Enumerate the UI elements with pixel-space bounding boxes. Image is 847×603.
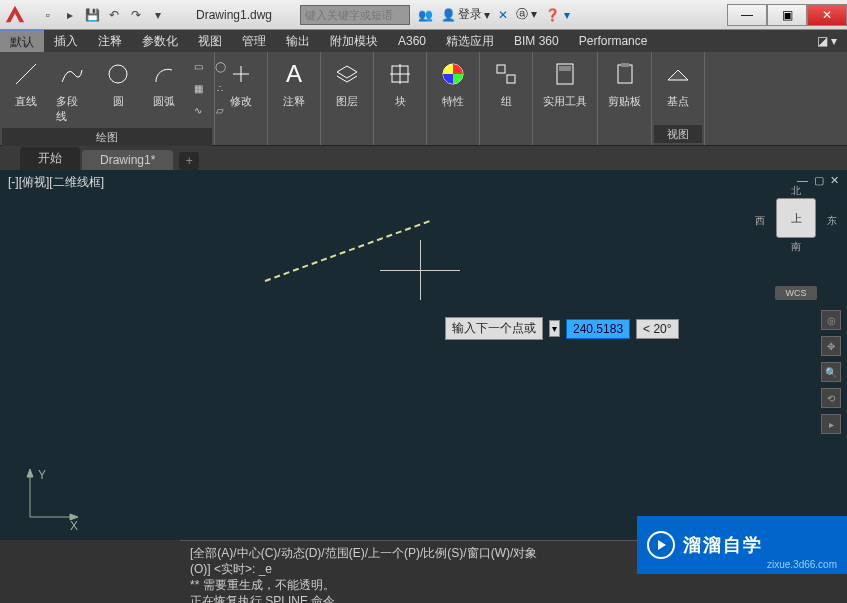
arc-button[interactable]: 圆弧 xyxy=(142,56,186,126)
navcube-e[interactable]: 东 xyxy=(827,214,837,228)
ribbon-expand-icon[interactable]: ◪ ▾ xyxy=(807,30,847,52)
tab-insert[interactable]: 插入 xyxy=(44,30,88,52)
block-button[interactable]: 块 xyxy=(378,56,422,141)
ribbon-tabs: 默认 插入 注释 参数化 视图 管理 输出 附加模块 A360 精选应用 BIM… xyxy=(0,30,847,52)
search-user-icon[interactable]: 👥 xyxy=(418,8,433,22)
qat-more-icon[interactable]: ▾ xyxy=(148,5,168,25)
svg-marker-13 xyxy=(70,514,78,520)
panel-view[interactable]: 视图 xyxy=(654,125,702,143)
svg-rect-8 xyxy=(618,65,632,83)
svg-rect-4 xyxy=(497,65,505,73)
navcube-n[interactable]: 北 xyxy=(791,184,801,198)
viewport-label[interactable]: [-][俯视][二维线框] xyxy=(8,174,104,191)
tab-bim360[interactable]: BIM 360 xyxy=(504,30,569,52)
minimize-button[interactable]: — xyxy=(727,4,767,26)
tab-a360[interactable]: A360 xyxy=(388,30,436,52)
group-button[interactable]: 组 xyxy=(484,56,528,141)
rect-icon[interactable]: ▭ xyxy=(188,56,208,76)
tab-featured[interactable]: 精选应用 xyxy=(436,30,504,52)
base-button[interactable]: 基点 xyxy=(656,56,700,123)
vp-restore-icon[interactable]: ▢ xyxy=(814,174,824,187)
spline-icon[interactable]: ∿ xyxy=(188,100,208,120)
polyline-button[interactable]: 多段线 xyxy=(50,56,94,126)
tab-manage[interactable]: 管理 xyxy=(232,30,276,52)
maximize-button[interactable]: ▣ xyxy=(767,4,807,26)
app-logo[interactable] xyxy=(0,0,30,30)
svg-rect-7 xyxy=(559,66,571,71)
dyn-angle: < 20° xyxy=(636,319,679,339)
utilities-button[interactable]: 实用工具 xyxy=(537,56,593,141)
file-tab-drawing[interactable]: Drawing1* xyxy=(82,150,173,170)
navcube-w[interactable]: 西 xyxy=(755,214,765,228)
dynamic-input: 输入下一个点或 ▾ 240.5183 < 20° xyxy=(445,317,679,340)
ucs-icon: Y X xyxy=(20,467,80,530)
file-tab-start[interactable]: 开始 xyxy=(20,147,80,170)
open-icon[interactable]: ▸ xyxy=(60,5,80,25)
play-icon xyxy=(647,531,675,559)
annotate-button[interactable]: A注释 xyxy=(272,56,316,141)
zoom-icon[interactable]: 🔍 xyxy=(821,362,841,382)
showmotion-icon[interactable]: ▸ xyxy=(821,414,841,434)
line-button[interactable]: 直线 xyxy=(4,56,48,126)
tab-default[interactable]: 默认 xyxy=(0,30,44,52)
vp-close-icon[interactable]: ✕ xyxy=(830,174,839,187)
svg-marker-12 xyxy=(27,469,33,477)
drawing-viewport[interactable]: [-][俯视][二维线框] — ▢ ✕ 输入下一个点或 ▾ 240.5183 <… xyxy=(0,170,847,540)
layer-button[interactable]: 图层 xyxy=(325,56,369,141)
new-tab-button[interactable]: + xyxy=(179,152,199,170)
tab-view[interactable]: 视图 xyxy=(188,30,232,52)
svg-line-0 xyxy=(16,64,36,84)
search-input[interactable] xyxy=(300,5,410,25)
pan-icon[interactable]: ✥ xyxy=(821,336,841,356)
svg-point-1 xyxy=(109,65,127,83)
nav-wheel-icon[interactable]: ◎ xyxy=(821,310,841,330)
login-button[interactable]: 👤 登录 ▾ xyxy=(441,6,490,23)
navcube-s[interactable]: 南 xyxy=(791,240,801,254)
watermark: 溜溜自学 zixue.3d66.com xyxy=(637,516,847,574)
exchange-icon[interactable]: ✕ xyxy=(498,8,508,22)
modify-button[interactable]: 修改 xyxy=(219,56,263,141)
view-cube[interactable]: 北 西 东 南 上 WCS xyxy=(765,188,827,268)
properties-button[interactable]: 特性 xyxy=(431,56,475,141)
tab-performance[interactable]: Performance xyxy=(569,30,658,52)
spline-preview xyxy=(265,220,430,282)
app-x-icon[interactable]: ⓐ ▾ xyxy=(516,6,537,23)
new-icon[interactable]: ▫ xyxy=(38,5,58,25)
dyn-prompt: 输入下一个点或 xyxy=(445,317,543,340)
dyn-menu-icon[interactable]: ▾ xyxy=(549,320,560,337)
tab-output[interactable]: 输出 xyxy=(276,30,320,52)
undo-icon[interactable]: ↶ xyxy=(104,5,124,25)
svg-rect-9 xyxy=(621,63,629,67)
svg-rect-5 xyxy=(507,75,515,83)
redo-icon[interactable]: ↷ xyxy=(126,5,146,25)
help-icon[interactable]: ❓ ▾ xyxy=(545,8,569,22)
orbit-icon[interactable]: ⟲ xyxy=(821,388,841,408)
hatch-icon[interactable]: ▦ xyxy=(188,78,208,98)
close-button[interactable]: ✕ xyxy=(807,4,847,26)
dyn-distance[interactable]: 240.5183 xyxy=(566,319,630,339)
panel-draw[interactable]: 绘图 xyxy=(2,128,212,146)
tab-annotate[interactable]: 注释 xyxy=(88,30,132,52)
tab-parametric[interactable]: 参数化 xyxy=(132,30,188,52)
navcube-wcs[interactable]: WCS xyxy=(775,286,817,300)
circle-button[interactable]: 圆 xyxy=(96,56,140,126)
tab-addins[interactable]: 附加模块 xyxy=(320,30,388,52)
document-title: Drawing1.dwg xyxy=(176,8,292,22)
clipboard-button[interactable]: 剪贴板 xyxy=(602,56,647,141)
save-icon[interactable]: 💾 xyxy=(82,5,102,25)
